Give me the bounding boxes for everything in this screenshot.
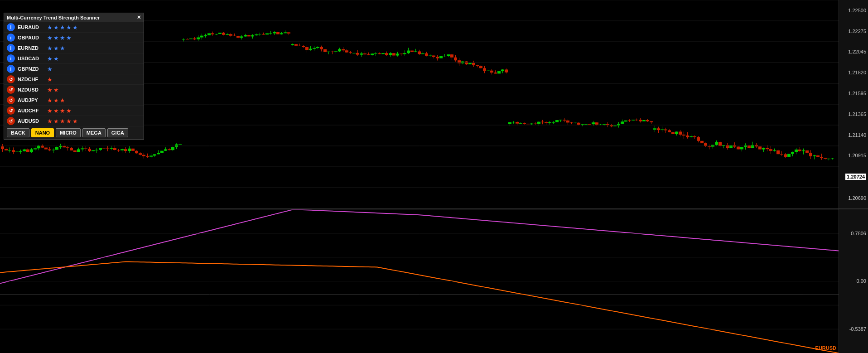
pair-stars: ★★★ (47, 45, 65, 52)
scanner-pair-row: ↺AUDUSD★★★★★ (4, 116, 144, 126)
arrow-icon: ↺ (7, 117, 15, 125)
scanner-panel: Multi-Currency Trend Strength Scanner ✕ … (4, 13, 144, 140)
info-icon: i (7, 23, 15, 31)
star-icon: ★ (72, 118, 78, 125)
price-label: 1.20915 (848, 153, 866, 158)
star-icon: ★ (53, 45, 59, 52)
price-label: 1.21140 (848, 132, 866, 138)
pair-symbol: EURAUD (18, 24, 47, 30)
pair-symbol: EURNZD (18, 45, 47, 51)
indicator-chart (0, 209, 839, 353)
scanner-pair-row: iUSDCAD★★ (4, 53, 144, 64)
pair-symbol: USDCAD (18, 56, 47, 61)
main-chart: EURUSD,M15 1.20696 1.20730 1.20695 1.207… (0, 0, 868, 208)
star-icon: ★ (47, 55, 53, 62)
pair-stars: ★ (47, 76, 53, 83)
pair-symbol: NZDUSD (18, 87, 47, 92)
star-icon: ★ (53, 107, 59, 114)
star-icon: ★ (53, 55, 59, 62)
star-icon: ★ (47, 45, 53, 52)
price-label: 1.22275 (848, 29, 866, 34)
scanner-title: Multi-Currency Trend Strength Scanner (7, 15, 100, 20)
indicator-panel: 0.78060.00-0.5387 Multy-Currency Trend S… (0, 209, 868, 353)
arrow-icon: ↺ (7, 86, 15, 94)
scanner-pair-row: iEURAUD★★★★★ (4, 22, 144, 33)
price-label: 1.21820 (848, 70, 866, 75)
pair-symbol: AUDCHF (18, 108, 47, 113)
pair-symbol: AUDJPY (18, 97, 47, 103)
price-label: 1.22045 (848, 49, 866, 54)
star-icon: ★ (60, 45, 65, 52)
scanner-header: Multi-Currency Trend Strength Scanner ✕ (4, 13, 144, 22)
scanner-pair-row: iEURNZD★★★ (4, 43, 144, 53)
scanner-pair-row: ↺NZDUSD★★ (4, 85, 144, 95)
pair-stars: ★★ (47, 55, 59, 62)
star-icon: ★ (66, 34, 72, 41)
star-icon: ★ (47, 66, 53, 73)
star-icon: ★ (66, 24, 72, 31)
indicator-scale-label: 0.7806 (851, 231, 866, 236)
pair-stars: ★ (47, 66, 53, 73)
star-icon: ★ (53, 24, 59, 31)
scanner-micro-button[interactable]: MICRO (56, 128, 81, 137)
star-icon: ★ (47, 107, 53, 114)
indicator-scale-label: -0.5387 (849, 326, 866, 332)
price-label: 1.20690 (848, 195, 866, 201)
pair-symbol: GBPAUD (18, 35, 47, 40)
scanner-pair-row: iGBPNZD★ (4, 64, 144, 74)
pair-stars: ★★★★ (47, 34, 72, 41)
info-icon: i (7, 54, 15, 63)
pair-symbol: GBPNZD (18, 66, 47, 72)
star-icon: ★ (53, 34, 59, 41)
star-icon: ★ (47, 34, 53, 41)
pair-stars: ★★★★★ (47, 118, 78, 125)
info-icon: i (7, 34, 15, 42)
pair-stars: ★★★★★ (47, 24, 78, 31)
price-label: 1.21365 (848, 111, 866, 117)
star-icon: ★ (47, 118, 53, 125)
arrow-icon: ↺ (7, 106, 15, 115)
price-label: 1.21595 (848, 91, 866, 96)
star-icon: ★ (53, 87, 59, 93)
pair-symbol: AUDUSD (18, 118, 47, 124)
price-label: 1.22500 (848, 8, 866, 13)
price-scale: 1.225001.222751.220451.218201.215951.213… (839, 0, 868, 208)
scanner-back-button[interactable]: BACK (7, 128, 29, 137)
scanner-pair-row: ↺AUDCHF★★★★ (4, 106, 144, 116)
eurusd-indicator-label: EURUSD (815, 345, 836, 351)
pair-symbol: NZDCHF (18, 77, 47, 82)
scanner-pair-row: ↺AUDJPY★★★ (4, 95, 144, 106)
scanner-nano-button[interactable]: NANO (31, 128, 54, 137)
star-icon: ★ (47, 87, 53, 93)
arrow-icon: ↺ (7, 75, 15, 83)
indicator-scale-label: 0.00 (857, 278, 866, 284)
star-icon: ★ (60, 34, 65, 41)
info-icon: i (7, 44, 15, 52)
indicator-scale: 0.78060.00-0.5387 (839, 209, 868, 353)
pair-stars: ★★ (47, 87, 59, 93)
info-icon: i (7, 65, 15, 73)
star-icon: ★ (47, 76, 53, 83)
star-icon: ★ (53, 118, 59, 125)
star-icon: ★ (60, 97, 65, 104)
star-icon: ★ (72, 24, 78, 31)
star-icon: ★ (53, 97, 59, 104)
star-icon: ★ (47, 24, 53, 31)
pair-stars: ★★★★ (47, 107, 72, 114)
scanner-pair-row: ↺NZDCHF★ (4, 74, 144, 85)
scanner-pair-row: iGBPAUD★★★★ (4, 33, 144, 43)
star-icon: ★ (60, 118, 65, 125)
price-label: 1.20724 (845, 174, 866, 180)
star-icon: ★ (66, 118, 72, 125)
star-icon: ★ (60, 24, 65, 31)
scanner-mega-button[interactable]: MEGA (82, 128, 106, 137)
star-icon: ★ (47, 97, 53, 104)
scanner-giga-button[interactable]: GIGA (107, 128, 128, 137)
scanner-buttons: BACKNANOMICROMEGAGIGA (4, 126, 144, 139)
scanner-rows: iEURAUD★★★★★iGBPAUD★★★★iEURNZD★★★iUSDCAD… (4, 22, 144, 126)
pair-stars: ★★★ (47, 97, 65, 104)
star-icon: ★ (60, 107, 65, 114)
arrow-icon: ↺ (7, 96, 15, 104)
scanner-close-button[interactable]: ✕ (137, 15, 141, 20)
star-icon: ★ (66, 107, 72, 114)
